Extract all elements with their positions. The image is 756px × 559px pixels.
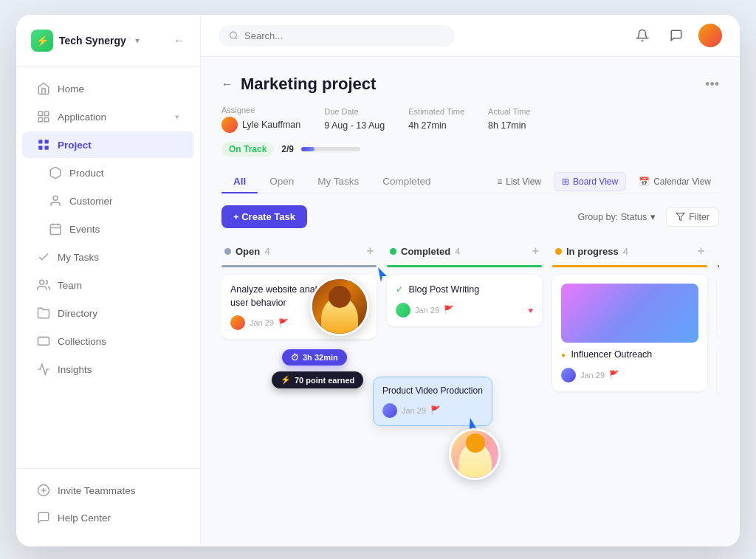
board-view-button[interactable]: ⊞ Board View: [554, 172, 626, 191]
task-date: Jan 29: [415, 306, 439, 315]
track-bar-fill: [301, 147, 315, 151]
logo-icon: ⚡: [31, 30, 53, 52]
task-flag-icon: 🚩: [278, 318, 289, 328]
more-options-button[interactable]: •••: [705, 77, 719, 92]
task-flag-icon: 🚩: [444, 305, 454, 315]
sidebar-item-label: Events: [69, 224, 100, 235]
calendar-view-button[interactable]: 📅 Calendar View: [630, 172, 719, 191]
search-input[interactable]: [244, 30, 444, 41]
sidebar-item-collections[interactable]: Collections: [22, 328, 194, 354]
sidebar-item-team[interactable]: Team: [22, 272, 194, 298]
task-avatar: [561, 368, 576, 383]
task-title: Analyze website analytics and user behav…: [230, 284, 368, 309]
assignee-meta: Assignee Lyle Kauffman: [221, 106, 300, 133]
tab-open[interactable]: Open: [258, 170, 306, 193]
sidebar-item-product[interactable]: Product: [22, 160, 194, 186]
sidebar-item-my-tasks[interactable]: My Tasks: [22, 244, 194, 270]
task-image: [561, 284, 698, 343]
sidebar-item-directory[interactable]: Directory: [22, 300, 194, 326]
task-card[interactable]: ✓ Blog Post Writing Jan 29 🚩 ♥: [387, 275, 542, 326]
col-header-pause: Pause 4 +: [718, 240, 719, 265]
assignee-label: Assignee: [221, 106, 300, 114]
app-icon: [37, 110, 50, 123]
sidebar-item-label: Collections: [58, 336, 106, 347]
collections-icon: [37, 335, 50, 348]
col-count-completed: 4: [455, 246, 460, 257]
col-add-open[interactable]: +: [367, 244, 374, 258]
check-icon: [37, 250, 50, 264]
estimated-label: Estimated Time: [408, 107, 464, 116]
svg-point-13: [40, 280, 44, 284]
sidebar-item-events[interactable]: Events: [22, 216, 194, 242]
col-line-completed: [387, 265, 542, 267]
on-track-badge: On Track: [221, 142, 274, 157]
col-dot-completed: [390, 248, 396, 255]
sidebar-item-project[interactable]: Project: [22, 131, 194, 158]
sidebar-item-label: My Tasks: [58, 252, 99, 263]
chat-icon[interactable]: [664, 24, 688, 47]
tab-my-tasks[interactable]: My Tasks: [306, 170, 371, 193]
task-card[interactable]: ● Design promotional banners for website…: [718, 275, 719, 339]
task-avatar: [230, 315, 245, 330]
page-title: Marketing project: [241, 75, 376, 94]
sidebar-item-label: Directory: [58, 308, 97, 319]
progress-icon: ●: [561, 351, 566, 359]
group-by-selector[interactable]: Group by: Status ▾: [577, 211, 656, 222]
col-dot-open: [224, 248, 231, 255]
sidebar-item-label: Insights: [58, 364, 92, 375]
chart-icon: [37, 363, 50, 376]
sidebar-item-customer[interactable]: Customer: [22, 188, 194, 214]
sidebar-item-invite[interactable]: Invite Teammates: [22, 477, 194, 504]
sidebar-item-application[interactable]: Application ▾: [22, 103, 194, 130]
meta-row: Assignee Lyle Kauffman Due Date 9 Aug - …: [221, 106, 719, 133]
tab-all[interactable]: All: [221, 170, 258, 193]
tab-completed[interactable]: Completed: [371, 170, 442, 193]
sidebar-item-home[interactable]: Home: [22, 75, 194, 102]
col-line-open: [221, 265, 377, 267]
sidebar-item-label: Team: [58, 280, 82, 291]
sidebar-item-label: Product: [69, 168, 104, 179]
on-track-row: On Track 2/9: [221, 142, 719, 157]
topbar-actions: [630, 24, 722, 47]
estimated-value: 4h 27min: [408, 120, 446, 131]
task-card[interactable]: Analyze website analytics and user behav…: [221, 275, 377, 339]
column-open: Open 4 + Analyze website analytics and u…: [221, 240, 377, 529]
svg-rect-2: [38, 118, 42, 122]
due-date-label: Due Date: [324, 107, 385, 116]
svg-rect-1: [45, 112, 49, 115]
tabs-row: All Open My Tasks Completed ≡ List View …: [221, 170, 719, 193]
team-icon: [37, 278, 50, 292]
col-title-completed: Completed: [401, 246, 450, 257]
user-avatar[interactable]: [698, 24, 722, 47]
sidebar: ⚡ Tech Synergy ▾ ← Home Application ▾ Pr…: [16, 15, 201, 546]
svg-rect-4: [38, 140, 42, 143]
back-icon[interactable]: ←: [173, 34, 185, 47]
task-card[interactable]: ● Influencer Outreach Jan 29 🚩: [552, 275, 707, 391]
sidebar-item-insights[interactable]: Insights: [22, 356, 194, 383]
filter-button[interactable]: Filter: [666, 208, 719, 227]
page-header: ← Marketing project •••: [221, 75, 719, 94]
calendar-icon: [49, 222, 62, 236]
box-icon: [49, 166, 62, 179]
sidebar-item-label: Application: [58, 112, 106, 123]
project-icon: [37, 138, 50, 151]
actual-time-meta: Actual Time 8h 17min: [488, 107, 530, 131]
col-add-completed[interactable]: +: [532, 244, 539, 258]
assignee-avatar: [221, 117, 238, 133]
col-add-inprogress[interactable]: +: [698, 244, 704, 258]
task-card[interactable]: ● Press Release Distribution Jan 29 🚩: [718, 345, 719, 397]
svg-point-17: [230, 32, 237, 38]
svg-rect-5: [45, 140, 49, 143]
create-task-button[interactable]: + Create Task: [221, 205, 307, 228]
search-icon: [229, 30, 238, 41]
task-footer: Jan 29 🚩: [561, 368, 698, 383]
due-date-value: 9 Aug - 13 Aug: [324, 120, 385, 131]
svg-rect-6: [38, 146, 42, 150]
notification-icon[interactable]: [630, 24, 654, 47]
sidebar-item-help[interactable]: Help Center: [22, 504, 194, 531]
board: Open 4 + Analyze website analytics and u…: [221, 240, 719, 529]
list-view-button[interactable]: ≡ List View: [489, 172, 549, 191]
toolbar-row: + Create Task Group by: Status ▾ Filter: [221, 205, 719, 228]
back-button[interactable]: ←: [221, 78, 233, 91]
search-bar[interactable]: [219, 25, 455, 47]
